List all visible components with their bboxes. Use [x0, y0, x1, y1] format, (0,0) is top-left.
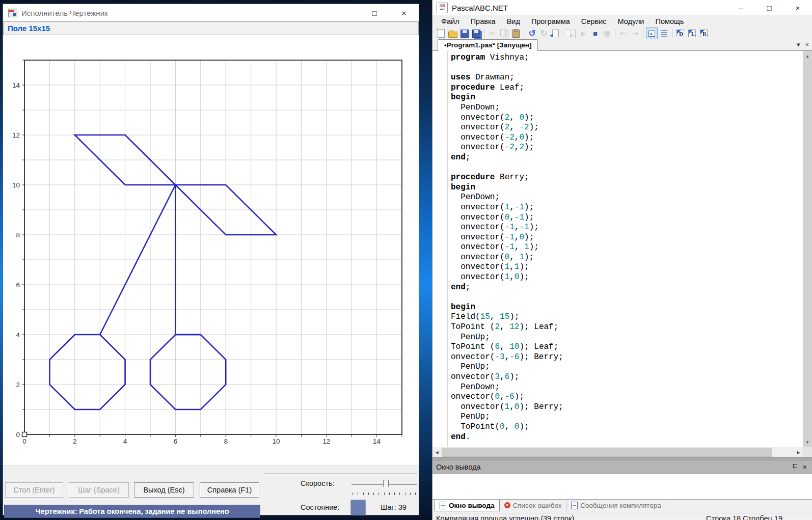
- code-line: onvector(-1,-1);: [451, 223, 802, 233]
- berry-left: [49, 335, 125, 409]
- tab-program1[interactable]: •Program1.pas* [Запущен]: [438, 39, 538, 51]
- menu-service[interactable]: Сервис: [576, 16, 612, 26]
- copy-icon[interactable]: [499, 28, 509, 39]
- code-line: begin: [451, 93, 802, 103]
- code-line: onvector(1,0); Berry;: [451, 402, 802, 413]
- exit-button[interactable]: Выход (Esc): [134, 482, 194, 498]
- tab-error-list[interactable]: ×Список ошибок: [500, 500, 567, 511]
- error-list-icon: ×: [504, 502, 510, 508]
- minimize-button[interactable]: –: [726, 0, 755, 15]
- code-line: begin: [451, 183, 802, 193]
- menu-modules[interactable]: Модули: [612, 16, 650, 26]
- code-line: Field(15, 15);: [451, 312, 802, 322]
- maximize-button[interactable]: □: [755, 0, 783, 15]
- berry-right: [150, 335, 226, 409]
- ide-window: ABnet PascalABC.NET – □ × ФайлПравкаВидП…: [432, 0, 812, 520]
- code-line: onvector(0,-6);: [451, 392, 802, 402]
- output-close-icon[interactable]: ×: [803, 463, 807, 471]
- horizontal-scroll-thumb[interactable]: [442, 448, 772, 457]
- drawman-control-panel: Стоп (Enter)Шаг (Space)Выход (Esc)Справк…: [3, 465, 419, 515]
- save-all-icon[interactable]: [471, 28, 481, 39]
- step-button: Шаг (Space): [69, 482, 129, 498]
- speed-slider-ticks: [353, 492, 416, 496]
- field-size-label-strip: Поле 15x15: [3, 21, 419, 35]
- menu-file[interactable]: Файл: [436, 16, 465, 26]
- code-editor[interactable]: program Vishnya; uses Drawman;procedure …: [432, 51, 812, 447]
- stop-icon[interactable]: [590, 28, 601, 39]
- paste-icon[interactable]: [510, 28, 521, 39]
- cut-icon[interactable]: [487, 28, 498, 39]
- goto-realization-icon[interactable]: R: [698, 28, 709, 39]
- toolbar-separator: [484, 29, 484, 38]
- speed-slider-thumb[interactable]: [383, 480, 389, 490]
- new-file-icon[interactable]: [436, 28, 446, 39]
- run-icon[interactable]: [578, 28, 589, 39]
- tab-output-window[interactable]: Окно вывода: [435, 500, 500, 511]
- nav-forward-icon[interactable]: [562, 28, 573, 39]
- code-line: PenDown;: [451, 193, 802, 203]
- scroll-down-icon[interactable]: ▼: [803, 438, 812, 446]
- code-line: uses Drawman;: [451, 73, 802, 83]
- save-icon[interactable]: [459, 28, 470, 39]
- code-line: onvector(-1, 1);: [451, 242, 802, 253]
- goto-definition-icon[interactable]: D: [675, 28, 686, 39]
- code-line: onvector(3,6);: [451, 372, 802, 382]
- help-button[interactable]: Справка (F1): [200, 482, 259, 498]
- origin-marker: [22, 432, 27, 437]
- goto-declaration-icon[interactable]: L: [687, 28, 697, 39]
- format-source-icon[interactable]: [659, 28, 669, 39]
- output-tab-bar: Окно вывода×Список ошибокСообщения компи…: [432, 500, 812, 513]
- maximize-button[interactable]: □: [360, 4, 389, 21]
- code-line: procedure Leaf;: [451, 83, 802, 93]
- nav-back-icon[interactable]: [550, 28, 561, 39]
- scroll-right-icon[interactable]: ▶: [794, 447, 803, 457]
- toolbar-separator: [643, 29, 643, 38]
- indent-icon[interactable]: [630, 28, 640, 39]
- scroll-left-icon[interactable]: ◀: [432, 447, 441, 457]
- console-toggle-icon[interactable]: >: [646, 28, 658, 39]
- compile-icon[interactable]: [602, 28, 612, 39]
- toolbar-separator: [575, 29, 576, 38]
- open-file-icon[interactable]: [447, 28, 458, 39]
- code-line: onvector(-3,-6); Berry;: [451, 352, 802, 363]
- editor-vertical-scrollbar[interactable]: ▲ ▼: [803, 51, 812, 447]
- tab-close-icon[interactable]: ×: [805, 41, 809, 48]
- close-button[interactable]: ×: [389, 4, 419, 21]
- menu-help[interactable]: Помощь: [649, 16, 689, 26]
- code-line: onvector(-2,2);: [451, 143, 802, 153]
- panel-divider: [264, 473, 417, 475]
- svg-text:8: 8: [224, 437, 228, 445]
- document-icon: [440, 502, 446, 509]
- speed-slider[interactable]: [351, 477, 417, 497]
- pin-icon[interactable]: [793, 464, 797, 470]
- code-line: ToPoint (2, 12); Leaf;: [451, 322, 802, 333]
- minimize-button[interactable]: –: [330, 4, 360, 21]
- code-line: [451, 292, 802, 303]
- drawman-window: Исполнитель Чертежник – □ × Поле 15x15 0…: [3, 4, 419, 515]
- tab-list-dropdown-icon[interactable]: ▾: [797, 41, 800, 48]
- code-line: ToPoint(0, 0);: [451, 422, 802, 432]
- tab-compiler-messages[interactable]: Сообщения компилятора: [566, 500, 666, 511]
- unindent-icon[interactable]: [618, 28, 629, 39]
- scroll-up-icon[interactable]: ▲: [803, 52, 812, 60]
- code-line: program Vishnya;: [451, 53, 802, 63]
- field-size-label: Поле 15x15: [8, 24, 50, 33]
- redo-icon[interactable]: [538, 28, 549, 39]
- svg-text:0: 0: [16, 431, 20, 439]
- menu-view[interactable]: Вид: [501, 16, 526, 26]
- editor-horizontal-scrollbar[interactable]: ◀ ▶: [432, 447, 803, 457]
- code-text[interactable]: program Vishnya; uses Drawman;procedure …: [451, 53, 802, 442]
- code-line: PenUp;: [451, 333, 802, 343]
- svg-text:8: 8: [16, 231, 20, 239]
- stop-button: Стоп (Enter): [5, 482, 63, 498]
- menu-edit[interactable]: Правка: [465, 16, 501, 26]
- menu-program[interactable]: Программа: [526, 16, 576, 26]
- ide-titlebar: ABnet PascalABC.NET – □ ×: [432, 0, 812, 15]
- code-line: onvector(0, 1);: [451, 253, 802, 263]
- code-line: PenUp;: [451, 362, 802, 372]
- code-line: ToPoint (6, 10); Leaf;: [451, 342, 802, 352]
- code-line: PenUp;: [451, 412, 802, 422]
- undo-icon[interactable]: [527, 28, 537, 39]
- svg-text:10: 10: [272, 437, 280, 445]
- close-button[interactable]: ×: [783, 0, 812, 15]
